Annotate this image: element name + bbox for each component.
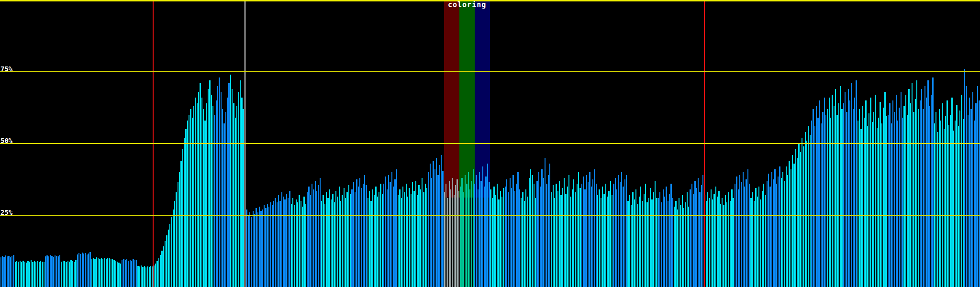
bar [916, 80, 917, 287]
y-axis-label-75: 75% [0, 66, 12, 72]
bar [825, 115, 826, 287]
bar [536, 181, 537, 287]
bar [970, 109, 971, 287]
bar [918, 109, 919, 287]
bar [792, 155, 793, 287]
bar [530, 169, 531, 287]
bar [26, 263, 27, 287]
bar [251, 217, 252, 287]
bar [379, 192, 379, 287]
bar [490, 189, 491, 287]
bar [370, 201, 371, 287]
bar [209, 80, 210, 287]
bar [466, 184, 467, 287]
bar [189, 115, 189, 287]
bar [99, 259, 100, 287]
bar [913, 112, 914, 287]
bar [197, 103, 198, 287]
bar [543, 178, 544, 287]
bar [838, 103, 839, 287]
bar [407, 197, 408, 287]
bar [275, 198, 276, 287]
bar [476, 175, 477, 287]
bar [508, 192, 509, 287]
bar [969, 98, 970, 287]
bar [741, 182, 742, 287]
bar [133, 259, 134, 287]
bar [299, 195, 300, 287]
bar [701, 185, 702, 287]
bar [635, 189, 636, 287]
bar [141, 265, 142, 287]
bar [254, 214, 255, 287]
bar [203, 109, 204, 287]
bar [594, 169, 595, 287]
bar [149, 267, 150, 287]
bar [409, 188, 410, 287]
bar [417, 195, 418, 287]
bar [449, 181, 450, 287]
bar [743, 172, 744, 287]
bar [891, 123, 892, 287]
bar [489, 182, 490, 287]
bar [342, 195, 343, 287]
bar [2, 256, 3, 287]
bar [265, 208, 266, 287]
bar [340, 201, 341, 287]
bar [747, 169, 748, 287]
bar [795, 149, 796, 287]
bar [452, 178, 453, 287]
bar [487, 164, 488, 287]
bar [506, 179, 507, 287]
bar [771, 172, 772, 287]
bar [752, 192, 753, 287]
bar [59, 255, 60, 287]
bar [240, 80, 241, 287]
bar [870, 98, 871, 287]
bar [822, 112, 823, 287]
bar [591, 187, 592, 287]
bar [666, 187, 667, 287]
bar [332, 194, 333, 287]
bar [69, 262, 70, 287]
bar [640, 187, 641, 287]
bar [74, 262, 75, 287]
bar [182, 149, 183, 287]
bar [225, 112, 226, 287]
bar [447, 198, 448, 287]
bar [221, 92, 222, 287]
bar [603, 194, 604, 287]
bar [67, 261, 68, 287]
bar [932, 77, 933, 287]
bar [350, 194, 351, 287]
bar [75, 260, 76, 287]
bar [106, 259, 107, 287]
bar [469, 189, 470, 287]
bar [383, 184, 384, 287]
bar [717, 197, 718, 287]
bar [849, 100, 850, 287]
bar [786, 166, 787, 287]
bar [951, 98, 952, 287]
bar [303, 197, 304, 287]
bar [320, 178, 321, 287]
bar [187, 121, 188, 287]
bar [816, 106, 817, 287]
bar [627, 201, 628, 287]
bar [27, 261, 28, 287]
bar [722, 198, 723, 287]
bar [525, 189, 526, 287]
bar [610, 181, 611, 287]
bar [35, 262, 36, 287]
bar [154, 265, 155, 287]
bar [836, 115, 837, 287]
bar [688, 207, 689, 287]
bar [706, 201, 707, 287]
bar [723, 205, 724, 287]
bar [222, 109, 223, 287]
bar [670, 184, 671, 287]
bar [363, 184, 364, 287]
bar [534, 184, 535, 287]
bar [437, 175, 438, 287]
bar [246, 210, 247, 287]
